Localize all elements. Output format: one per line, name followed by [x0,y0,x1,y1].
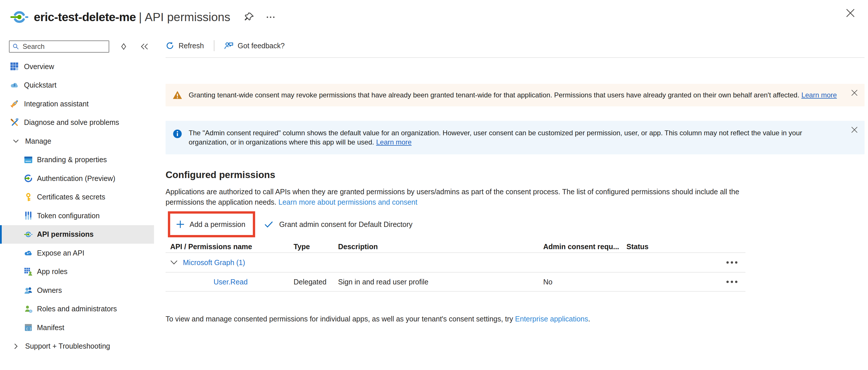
feedback-button[interactable]: Got feedback? [224,41,285,50]
info-learn-more-link[interactable]: Learn more [376,138,412,146]
blade-name: API permissions [145,10,230,24]
chevron-down-icon [12,137,19,145]
sidebar-item-label: Owners [37,286,62,295]
feedback-icon [224,41,234,50]
warning-close-icon[interactable] [850,88,859,97]
sidebar-item-label: App roles [37,267,68,276]
person-cube-icon [24,305,33,313]
sidebar-group-label: Support + Troubleshooting [25,342,110,350]
sidebar-item-quickstart[interactable]: Quickstart [0,76,154,95]
add-permission-button[interactable]: Add a permission [170,214,253,235]
sidebar-group-manage[interactable]: Manage [0,132,154,151]
app-name: eric-test-delete-me [34,10,136,24]
red-highlight-annotation: Add a permission [168,211,255,237]
sidebar-item-label: Roles and administrators [37,305,117,313]
sidebar-item-owners[interactable]: Owners [0,281,154,300]
permissions-consent-link[interactable]: Learn more about permissions and consent [279,198,417,206]
main-panel: Refresh Got feedback? [161,34,868,356]
people-icon [24,286,33,295]
sidebar-group-label: Manage [25,137,51,145]
add-permission-label: Add a permission [190,220,245,229]
row-actions-button[interactable] [726,281,745,283]
cell-admin-consent: No [543,278,626,286]
toolbar-divider [214,40,214,51]
key-icon [24,193,33,202]
sidebar-search-row [9,40,161,53]
column-header-status: Status [626,243,702,253]
sidebar-item-label: Certificates & secrets [37,193,105,201]
cloud-gears-icon [24,249,33,257]
column-header-admin-consent: Admin consent requ... [543,243,626,253]
info-icon [173,129,182,139]
sidebar-item-label: Authentication (Preview) [37,174,115,183]
sidebar-item-label: Quickstart [24,81,57,89]
close-blade-icon[interactable] [845,7,856,19]
permissions-table: API / Permissions name Type Description … [165,243,745,292]
sidebar-item-app-roles[interactable]: App roles [0,263,154,281]
grid-person-icon [24,267,33,276]
warning-icon [173,90,182,100]
manifest-icon: { } [24,323,33,332]
sidebar-item-label: API permissions [37,230,94,239]
microsoft-graph-link[interactable]: Microsoft Graph (1) [183,258,245,267]
sidebar-item-manifest[interactable]: { } Manifest [0,318,154,337]
sidebar-item-diagnose[interactable]: Diagnose and solve problems [0,113,154,132]
search-input[interactable] [22,42,106,51]
sidebar-item-roles-administrators[interactable]: Roles and administrators [0,300,154,318]
sidebar-item-certificates-secrets[interactable]: Certificates & secrets [0,188,154,207]
overview-icon [10,62,19,71]
table-row-microsoft-graph: Microsoft Graph (1) [165,253,745,273]
sidebar: Overview Quickstart [0,34,161,356]
section-title: Configured permissions [165,169,868,180]
api-permissions-icon [24,230,33,239]
sidebar-item-authentication[interactable]: Authentication (Preview) [0,169,154,188]
info-close-icon[interactable] [850,125,859,134]
plus-icon [176,220,185,229]
sidebar-item-overview[interactable]: Overview [0,57,154,76]
pin-icon[interactable] [244,12,254,22]
warning-learn-more-link[interactable]: Learn more [801,91,837,99]
column-header-type: Type [293,243,338,253]
table-header-row: API / Permissions name Type Description … [165,243,745,253]
grant-admin-consent-button[interactable]: Grant admin consent for Default Director… [265,220,412,229]
sidebar-item-label: Token configuration [37,212,100,220]
warning-banner: Granting tenant-wide consent may revoke … [165,84,865,106]
info-banner: The "Admin consent required" column show… [165,121,865,154]
more-options-icon[interactable] [266,13,276,21]
sidebar-item-label: Manifest [37,323,64,332]
row-actions-button[interactable] [726,261,745,264]
sidebar-item-label: Overview [24,62,54,71]
search-box[interactable] [9,40,109,53]
sidebar-item-label: Expose an API [37,249,84,257]
cell-description: Sign in and read user profile [338,278,543,286]
toolbar: Refresh Got feedback? [165,34,865,58]
sidebar-item-integration-assistant[interactable]: Integration assistant [0,95,154,113]
enterprise-applications-link[interactable]: Enterprise applications [515,315,588,323]
feedback-label: Got feedback? [238,42,285,50]
sidebar-item-api-permissions[interactable]: API permissions [0,225,154,244]
page: eric-test-delete-me | API permissions [0,0,868,356]
resize-menu-icon[interactable] [120,42,128,51]
svg-text:www: www [25,160,31,162]
sidebar-item-label: Branding & properties [37,156,107,164]
sidebar-group-support[interactable]: Support + Troubleshooting [0,337,154,356]
column-header-api-permissions-name: API / Permissions name [170,243,293,253]
sidebar-item-expose-an-api[interactable]: Expose an API [0,244,154,263]
svg-text:{ }: { } [26,327,31,331]
collapse-menu-icon[interactable] [140,42,149,51]
title-separator: | [139,10,142,24]
expand-chevron-icon[interactable] [170,260,178,265]
refresh-button[interactable]: Refresh [165,41,204,50]
table-row-user-read: User.Read Delegated Sign in and read use… [165,273,745,292]
sidebar-item-token-configuration[interactable]: Token configuration [0,206,154,225]
section-description: Applications are authorized to call APIs… [165,187,775,207]
user-read-link[interactable]: User.Read [214,278,248,286]
chevron-right-icon [12,343,19,350]
branding-icon: www [24,156,33,164]
app-header: eric-test-delete-me | API permissions [0,0,868,34]
permissions-actions-row: Add a permission Grant admin consent for… [165,211,868,237]
sidebar-item-branding-properties[interactable]: www Branding & properties [0,151,154,169]
integration-assistant-icon [10,99,19,108]
grant-admin-consent-label: Grant admin consent for Default Director… [279,220,412,229]
warning-text: Granting tenant-wide consent may revoke … [189,90,837,100]
